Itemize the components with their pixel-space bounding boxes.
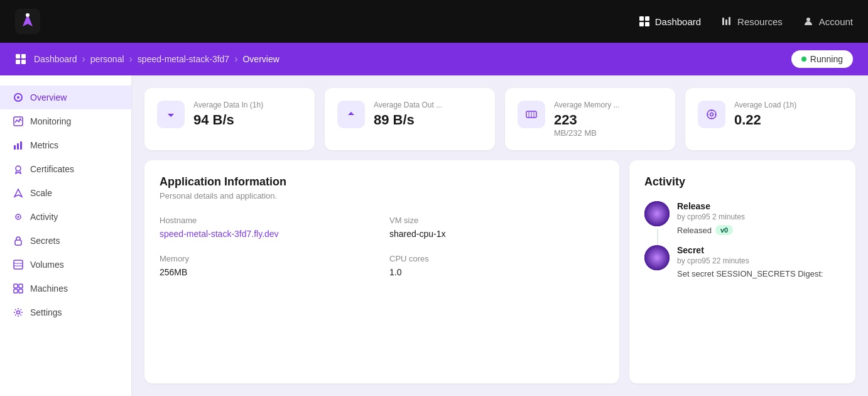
sidebar-label-activity: Activity [30, 212, 58, 222]
svg-rect-23 [15, 240, 21, 245]
info-field-hostname: Hostname speed-metal-stack-3fd7.fly.dev [160, 216, 374, 239]
status-dot [801, 57, 806, 62]
certificates-icon [13, 163, 24, 175]
data-in-label: Average Data In (1h) [193, 101, 302, 109]
sidebar-item-volumes[interactable]: Volumes [0, 253, 131, 277]
sidebar-label-overview: Overview [30, 92, 67, 102]
info-grid: Hostname speed-metal-stack-3fd7.fly.dev … [160, 216, 604, 277]
sidebar-label-machines: Machines [30, 283, 68, 294]
load-icon [698, 101, 725, 128]
svg-rect-24 [14, 260, 23, 269]
svg-rect-18 [17, 143, 19, 150]
load-value: 0.22 [734, 112, 843, 128]
data-out-label: Average Data Out ... [374, 101, 482, 109]
svg-point-36 [707, 110, 716, 119]
stat-card-load: Average Load (1h) 0.22 [685, 88, 855, 150]
hostname-label: Hostname [160, 216, 374, 225]
breadcrumb-dashboard-icon [15, 53, 26, 65]
svg-point-40 [644, 245, 670, 270]
sidebar-item-activity[interactable]: Activity [0, 205, 131, 229]
svg-rect-5 [645, 22, 649, 26]
memory-sub: MB/232 MB [554, 128, 663, 138]
svg-point-22 [18, 216, 19, 218]
cpu-label: CPU cores [389, 254, 604, 263]
svg-rect-4 [639, 22, 644, 26]
svg-rect-19 [20, 141, 22, 150]
svg-point-1 [26, 13, 30, 17]
info-field-vmsize: VM size shared-cpu-1x [389, 216, 604, 239]
nav-account[interactable]: Account [803, 16, 853, 27]
nav-resources[interactable]: Resources [721, 16, 783, 27]
breadcrumb-bar: Dashboard › personal › speed-metal-stack… [0, 43, 868, 75]
svg-rect-17 [14, 145, 16, 150]
breadcrumb-sep-3: › [234, 53, 237, 65]
secret-meta: by cpro95 22 minutes [677, 256, 840, 265]
svg-rect-30 [19, 289, 23, 293]
svg-rect-29 [14, 289, 18, 293]
sidebar-item-secrets[interactable]: Secrets [0, 229, 131, 253]
stat-card-memory: Average Memory ... 223 MB/232 MB [505, 88, 675, 150]
activity-item-release: Release by cpro95 2 minutes Released v0 [644, 201, 840, 245]
memory-field-value: 256MB [160, 267, 374, 277]
breadcrumb-current: Overview [242, 54, 279, 64]
sidebar-label-scale: Scale [30, 188, 52, 198]
data-out-value: 89 B/s [374, 112, 482, 128]
vmsize-label: VM size [389, 216, 604, 225]
sidebar-label-secrets: Secrets [30, 236, 60, 246]
activity-card: Activity Release by cpro95 2 minutes Rel… [629, 160, 855, 383]
content-area: Average Data In (1h) 94 B/s Average Data… [132, 75, 868, 396]
sidebar-item-settings[interactable]: Settings [0, 300, 131, 324]
hostname-value[interactable]: speed-metal-stack-3fd7.fly.dev [160, 229, 374, 239]
sidebar-item-metrics[interactable]: Metrics [0, 133, 131, 157]
svg-point-31 [17, 311, 20, 314]
metrics-icon [13, 140, 24, 151]
nav-dashboard[interactable]: Dashboard [639, 16, 701, 27]
sidebar-label-certificates: Certificates [30, 164, 74, 174]
svg-rect-8 [729, 17, 730, 25]
dashboard-icon [639, 16, 650, 27]
sidebar: Overview Monitoring Metrics Certificates… [0, 75, 132, 396]
activity-avatar-secret [644, 245, 670, 270]
sidebar-item-monitoring[interactable]: Monitoring [0, 109, 131, 133]
version-badge: v0 [715, 225, 733, 235]
memory-field-label: Memory [160, 254, 374, 263]
svg-rect-6 [722, 18, 724, 25]
breadcrumb-app[interactable]: speed-metal-stack-3fd7 [138, 54, 229, 64]
sidebar-item-certificates[interactable]: Certificates [0, 157, 131, 181]
data-in-value: 94 B/s [193, 112, 302, 128]
breadcrumb: Dashboard › personal › speed-metal-stack… [15, 53, 279, 65]
sidebar-item-scale[interactable]: Scale [0, 181, 131, 205]
release-meta: by cpro95 2 minutes [677, 212, 840, 221]
bottom-row: Application Information Personal details… [144, 160, 855, 383]
sidebar-item-overview[interactable]: Overview [0, 85, 131, 109]
logo[interactable] [15, 9, 40, 34]
nav-links: Dashboard Resources Account [639, 16, 853, 27]
breadcrumb-personal[interactable]: personal [90, 54, 124, 64]
resources-icon [721, 16, 732, 27]
load-label: Average Load (1h) [734, 101, 843, 109]
svg-rect-11 [21, 54, 26, 58]
vmsize-value: shared-cpu-1x [389, 229, 604, 239]
memory-icon [518, 101, 545, 128]
status-badge: Running [791, 50, 853, 68]
app-info-title: Application Information [160, 175, 604, 189]
memory-label: Average Memory ... [554, 101, 663, 109]
info-field-memory: Memory 256MB [160, 254, 374, 277]
svg-rect-7 [725, 19, 727, 25]
data-in-icon [157, 101, 185, 128]
top-nav: Dashboard Resources Account [0, 0, 868, 43]
release-event-name: Release [677, 201, 840, 211]
data-out-icon [337, 101, 365, 128]
machines-icon [13, 283, 24, 294]
svg-rect-10 [16, 54, 20, 58]
sidebar-item-machines[interactable]: Machines [0, 277, 131, 300]
memory-value: 223 [554, 112, 663, 128]
breadcrumb-sep-1: › [82, 53, 85, 65]
svg-rect-13 [21, 60, 26, 64]
breadcrumb-dashboard[interactable]: Dashboard [34, 54, 77, 64]
nav-dashboard-label: Dashboard [655, 16, 701, 27]
stats-row: Average Data In (1h) 94 B/s Average Data… [144, 88, 855, 150]
stat-card-data-out: Average Data Out ... 89 B/s [325, 88, 495, 150]
secret-detail: Set secret SESSION_SECRETS Digest: [677, 269, 840, 278]
sidebar-label-metrics: Metrics [30, 140, 58, 150]
